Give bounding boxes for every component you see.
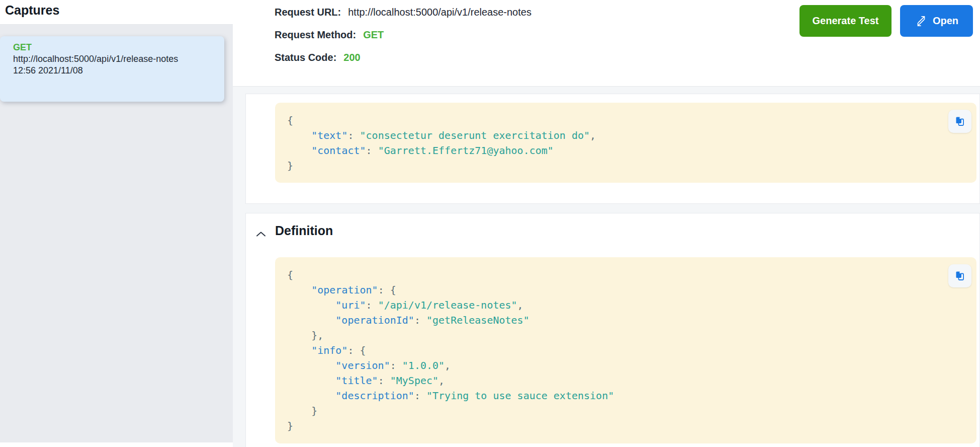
capture-method-badge: GET	[13, 42, 219, 53]
open-button-label: Open	[933, 15, 958, 27]
copy-icon	[954, 270, 966, 282]
response-code-block: { "text": "consectetur deserunt exercita…	[275, 103, 976, 183]
status-code-row: Status Code: 200	[275, 52, 980, 65]
status-code-value: 200	[343, 52, 360, 63]
capture-list-item[interactable]: GET http://localhost:5000/api/v1/release…	[0, 36, 224, 102]
sidebar-header: Captures	[0, 0, 233, 25]
definition-section-title: Definition	[275, 224, 333, 238]
open-button[interactable]: Open	[900, 5, 973, 37]
capture-url: http://localhost:5000/api/v1/release-not…	[13, 53, 219, 65]
copy-icon	[954, 115, 966, 127]
request-url-label: Request URL:	[275, 7, 341, 18]
request-summary-header: Request URL: http://localhost:5000/api/v…	[233, 0, 980, 87]
captures-sidebar: Captures GET http://localhost:5000/api/v…	[0, 0, 233, 447]
request-method-value: GET	[363, 29, 384, 41]
capture-timestamp: 12:56 2021/11/08	[13, 65, 219, 77]
definition-panel: Definition { "operation": { "uri": "/api…	[245, 213, 980, 447]
diagonal-arrows-icon	[915, 15, 928, 28]
sidebar-bottom-strip	[0, 442, 233, 447]
definition-json: { "operation": { "uri": "/api/v1/release…	[275, 257, 976, 433]
generate-test-button[interactable]: Generate Test	[799, 5, 892, 37]
response-json: { "text": "consectetur deserunt exercita…	[275, 103, 976, 173]
copy-definition-button[interactable]	[948, 264, 971, 287]
copy-response-button[interactable]	[948, 110, 971, 133]
definition-code-block: { "operation": { "uri": "/api/v1/release…	[275, 257, 976, 443]
chevron-up-icon[interactable]	[252, 226, 270, 243]
request-url-value: http://localhost:5000/api/v1/release-not…	[348, 7, 531, 18]
request-method-label: Request Method:	[275, 29, 356, 41]
sidebar-title: Captures	[5, 3, 59, 18]
status-code-label: Status Code:	[275, 52, 336, 63]
response-panel: { "text": "consectetur deserunt exercita…	[245, 94, 980, 204]
generate-test-button-label: Generate Test	[813, 15, 879, 27]
